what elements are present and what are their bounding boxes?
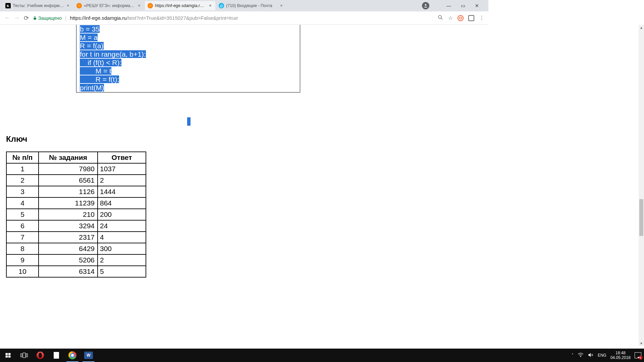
code-line: M = t: [80, 67, 111, 75]
cell-answer: 200: [98, 209, 146, 220]
cell-task: 1126: [39, 186, 98, 197]
forward-button[interactable]: →: [12, 13, 21, 23]
lock-icon: [33, 16, 37, 20]
tab-close-icon[interactable]: ×: [66, 3, 70, 8]
cell-task: 210: [39, 209, 98, 220]
code-line: R = f(a): [80, 42, 104, 50]
bookmark-star-icon[interactable]: ☆: [448, 15, 453, 21]
tab-close-icon[interactable]: ×: [137, 3, 142, 8]
url-text: https://inf-ege.sdamgia.ru/test?nt=True&…: [70, 15, 238, 21]
svg-point-1: [438, 15, 441, 18]
tab-title: «РЕШУ ЕГЭ»: информати…: [84, 3, 136, 8]
cell-number: 4: [6, 197, 39, 209]
cell-answer: 4: [98, 232, 146, 243]
table-row: 723174: [6, 232, 146, 243]
table-row: 1063145: [6, 266, 146, 274]
tab-title: (710) Входящие - Почта: [226, 3, 278, 8]
code-line: M = a: [80, 34, 98, 41]
code-line: R = f(t);: [80, 75, 119, 83]
omnibox[interactable]: Защищено | https://inf-ege.sdamgia.ru/te…: [33, 13, 435, 23]
favicon-k-icon: K: [5, 3, 11, 8]
tab-2[interactable]: https://inf-ege.sdamgia.r… ×: [145, 1, 215, 10]
cell-task: 6429: [39, 243, 98, 254]
cell-number: 6: [6, 220, 39, 232]
extension-icon[interactable]: [468, 15, 474, 21]
favicon-sun-icon: [148, 3, 153, 8]
tab-3[interactable]: (710) Входящие - Почта ×: [216, 1, 286, 10]
cell-number: 10: [6, 266, 39, 274]
page-viewport[interactable]: b = 35 M = a R = f(a) for t in range(a, …: [0, 25, 488, 274]
table-row: 265612: [6, 175, 146, 186]
cell-task: 11239: [39, 197, 98, 209]
table-row: 411239864: [6, 197, 146, 209]
svg-point-0: [425, 4, 427, 6]
th-number: № п/п: [6, 152, 39, 163]
cell-answer: 2: [98, 254, 146, 266]
table-row: 952062: [6, 254, 146, 266]
code-line: if (f(t) < R):: [80, 59, 121, 66]
zoom-icon[interactable]: [437, 14, 443, 22]
tab-title: Тесты: Учебник информ…: [13, 3, 64, 8]
reload-button[interactable]: ⟳: [21, 13, 31, 23]
cell-number: 9: [6, 254, 39, 266]
table-row: 5210200: [6, 209, 146, 220]
tab-1[interactable]: «РЕШУ ЕГЭ»: информати… ×: [74, 1, 144, 10]
code-line: b = 35: [80, 25, 100, 33]
cell-task: 6314: [39, 266, 98, 274]
selection-cursor: [187, 117, 191, 126]
key-heading: Ключ: [6, 134, 27, 144]
address-bar: ← → ⟳ Защищено | https://inf-ege.sdamgia…: [0, 11, 488, 25]
favicon-mail-icon: [219, 3, 224, 8]
answer-key-table: № п/п № задания Ответ 179801037265612311…: [6, 152, 146, 274]
cell-task: 6561: [39, 175, 98, 186]
cell-number: 5: [6, 209, 39, 220]
th-answer: Ответ: [98, 152, 146, 163]
tab-strip: K Тесты: Учебник информ… × «РЕШУ ЕГЭ»: и…: [0, 0, 488, 11]
cell-task: 7980: [39, 163, 98, 175]
tab-title: https://inf-ege.sdamgia.r…: [155, 3, 207, 8]
window-minimize-button[interactable]: —: [443, 3, 454, 8]
cell-task: 2317: [39, 232, 98, 243]
table-row: 179801037: [6, 163, 146, 175]
cell-answer: 5: [98, 266, 146, 274]
tab-close-icon[interactable]: ×: [279, 3, 284, 8]
table-row: 6329424: [6, 220, 146, 232]
secure-label: Защищено: [38, 15, 62, 21]
table-row: 311261444: [6, 186, 146, 197]
code-line: for t in range(a, b+1):: [80, 50, 146, 58]
cell-answer: 1444: [98, 186, 146, 197]
window-close-button[interactable]: ✕: [472, 3, 482, 8]
svg-line-2: [441, 18, 442, 19]
tab-close-icon[interactable]: ×: [208, 3, 213, 8]
omnibox-icons: ☆ O ⋮: [437, 14, 484, 22]
window-maximize-button[interactable]: ▭: [458, 3, 468, 8]
code-box[interactable]: b = 35 M = a R = f(a) for t in range(a, …: [76, 25, 300, 93]
cell-answer: 300: [98, 243, 146, 254]
cell-task: 5206: [39, 254, 98, 266]
profile-avatar-icon[interactable]: [422, 2, 429, 9]
window-controls: — ▭ ✕: [422, 0, 488, 11]
secure-chip[interactable]: Защищено: [33, 15, 62, 21]
cell-answer: 864: [98, 197, 146, 209]
cell-number: 7: [6, 232, 39, 243]
cell-answer: 2: [98, 175, 146, 186]
cell-number: 8: [6, 243, 39, 254]
cell-task: 3294: [39, 220, 98, 232]
code-line: print(M): [80, 84, 104, 92]
table-row: 86429300: [6, 243, 146, 254]
cell-number: 2: [6, 175, 39, 186]
separator: |: [65, 15, 66, 21]
opera-extension-icon[interactable]: O: [458, 15, 464, 21]
th-task: № задания: [39, 152, 98, 163]
favicon-sun-icon: [76, 3, 82, 8]
cell-number: 1: [6, 163, 39, 175]
chrome-menu-button[interactable]: ⋮: [479, 15, 484, 21]
cell-number: 3: [6, 186, 39, 197]
cell-answer: 24: [98, 220, 146, 232]
back-button[interactable]: ←: [3, 13, 12, 23]
cell-answer: 1037: [98, 163, 146, 175]
tab-0[interactable]: K Тесты: Учебник информ… ×: [3, 1, 73, 10]
